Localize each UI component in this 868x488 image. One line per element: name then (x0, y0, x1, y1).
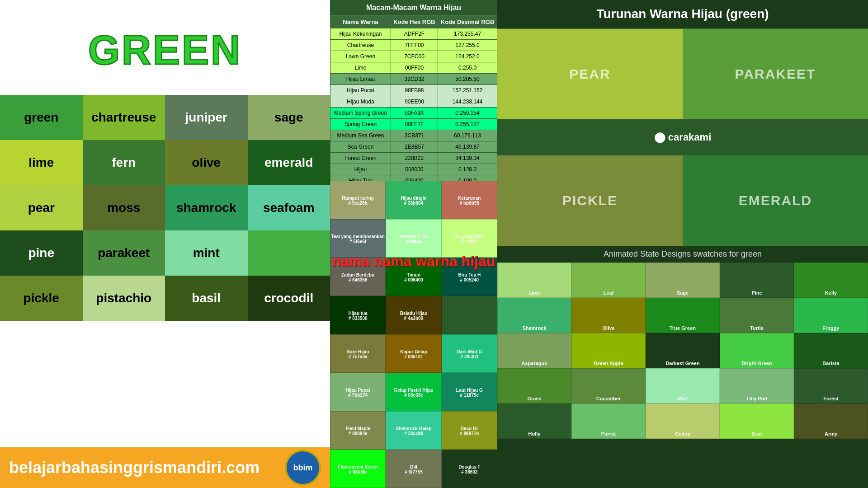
sub-cell-4-1: Kapur Gelap# 846101 (386, 334, 441, 373)
swatch-cell-kelly: Kelly (794, 263, 868, 298)
table-cell-hex: 90EE90 (391, 96, 438, 108)
page-title: GREEN (88, 27, 242, 74)
table-cell-rgb: 0.255.0 (438, 62, 497, 74)
swatch-label: Shamrock (522, 325, 546, 331)
swatch-cell-lilly-pad: Lilly Pad (720, 368, 794, 404)
table-cell-name: Sea Green (330, 141, 391, 153)
swatch-cell-sage: Sage (646, 263, 720, 298)
top-swatch-parakeet: PARAKEET (683, 29, 868, 119)
swatch-grid: LimeLeafSagePineKellyShamrockOliveTrue G… (497, 263, 868, 439)
table-cell-name: Hijau (330, 164, 391, 175)
sub-cell-7-2: Douglas F# 38602 (442, 450, 497, 488)
swatch-label: Pine (751, 290, 762, 296)
grid-cell-lime: lime (0, 140, 83, 185)
table-cell-name: Chartreuse (330, 40, 391, 51)
table-row: Sea Green2E8B5746.139.87 (330, 141, 497, 153)
sub-row: Sore Hijau# 7c7a3aKapur Gelap# 846101Dar… (330, 334, 497, 373)
grid-cell-green: green (0, 95, 83, 140)
swatch-cell-celery: Celery (646, 404, 720, 439)
swatch-label: Asparagus (522, 361, 547, 366)
swatch-cell-asparagus: Asparagus (497, 333, 571, 368)
sub-row: Rumput kering# 9ea26bHijau dingin# 33b66… (330, 181, 497, 219)
swatch-label: Parrot (601, 431, 616, 436)
table-cell-rgb: 60.179.113 (438, 130, 497, 141)
table-cell-rgb: 34.139.34 (438, 153, 497, 164)
table-cell-name: Medium Spring Green (330, 108, 391, 119)
swatch-row-0: LimeLeafSagePineKelly (497, 263, 868, 298)
swatch-row-3: GrassCucumberMintLilly PadForest (497, 368, 868, 404)
swatch-cell-grass: Grass (497, 368, 571, 404)
sub-row: Fluorescent Green# 08fc0bDill# 6f7755Dou… (330, 450, 497, 488)
top-swatch-pear: PEAR (497, 29, 683, 119)
table-cell-rgb: 152.251.152 (438, 85, 497, 96)
swatch-label: Barista (822, 361, 839, 366)
sub-cell-0-0: Rumput kering# 9ea26b (330, 181, 386, 219)
grid-cell-mint: mint (165, 230, 248, 276)
table-row: Chartreuse7FFF00127.255.0 (330, 40, 497, 51)
table-row: Hijau KekuninganADFF2F173.255.47 (330, 28, 497, 40)
table-cell-rgb: 0.128.0 (438, 164, 497, 175)
color-grid: greenchartreusejunipersagelimefernolivee… (0, 95, 330, 321)
table-cell-hex: 32CD32 (391, 74, 438, 85)
sub-cell-5-2: Laut Hijau G# 11875c (442, 373, 497, 411)
swatch-label: Mint (678, 396, 688, 401)
grid-cell-empty (248, 230, 330, 276)
swatch-label: Grass (527, 396, 541, 401)
grid-cell-emerald: emerald (248, 140, 330, 185)
table-title: Macam-Macam Warna Hijau (330, 0, 497, 15)
swatch-label: Green Apple (594, 361, 623, 366)
swatch-cell-forest: Forest (794, 368, 868, 404)
swatch-cell-barista: Barista (794, 333, 868, 368)
swatch-label: Darkest Green (665, 361, 699, 366)
table-cell-name: Forest Green (330, 153, 391, 164)
table-cell-hex: 7CFC00 (391, 51, 438, 62)
grid-cell-basil: basil (165, 276, 248, 321)
logo: bbim (285, 450, 321, 486)
swatch-row-4: HollyParrotCeleryKiwiArmy (497, 404, 868, 439)
swatch-label: Lime (528, 290, 540, 296)
swatch-label: Bright Green (741, 361, 772, 366)
top-swatches: PEARPARAKEET (497, 29, 868, 119)
table-row: Lawn Green7CFC00124.252.0 (330, 51, 497, 62)
swatch-label: Holly (528, 431, 541, 436)
swatch-label: Cucumber (596, 396, 621, 401)
table-cell-hex: 00FF00 (391, 62, 438, 74)
sub-row: Teal yang membosankan# 5f6e6fPermen Krim… (330, 219, 497, 258)
swatch-label: Leaf (604, 290, 614, 296)
grid-cell-chartreuse: chartreuse (83, 95, 165, 140)
swatch-cell-turtle: Turtle (720, 298, 794, 333)
table-cell-rgb: 144.238.144 (438, 96, 497, 108)
table-row: Hijau0080000.128.0 (330, 164, 497, 175)
table-row: Medium Spring Green00FA9A0.250.154 (330, 108, 497, 119)
table-row: Lime00FF000.255.0 (330, 62, 497, 74)
table-cell-rgb: 46.139.87 (438, 141, 497, 153)
grid-cell-shamrock: shamrock (165, 185, 248, 230)
swatch-label: Sage (677, 290, 689, 296)
swatch-label: Kiwi (752, 431, 762, 436)
grid-row: limefernoliveemerald (0, 140, 330, 185)
overlay-text: nama nama warna hijau (330, 253, 497, 270)
sub-cell-1-0: Teal yang membosankan# 5f6e6f (330, 219, 386, 258)
sub-table-panel: Rumput kering# 9ea26bHijau dingin# 33b66… (330, 181, 497, 488)
sub-row: Hijau tua# 033500Beladu Hijau# 4a3b00 (330, 296, 497, 334)
table-cell-rgb: 0.255.127 (438, 119, 497, 130)
grid-cell-pear: pear (0, 185, 83, 230)
swatch-label: Forest (823, 396, 839, 401)
swatch-label: Olive (603, 325, 615, 331)
grid-cell-seafoam: seafoam (248, 185, 330, 230)
table-cell-hex: ADFF2F (391, 28, 438, 40)
col-header-hex: Kode Hex RGB (391, 16, 438, 28)
table-cell-hex: 3CB371 (391, 130, 438, 141)
sub-cell-6-0: Field Maple# 80884e (330, 411, 386, 450)
table-cell-name: Lawn Green (330, 51, 391, 62)
sub-cell-3-2 (442, 296, 497, 334)
swatch-cell-true-green: True Green (646, 298, 720, 333)
table-row: Spring Green00FF7F0.255.127 (330, 119, 497, 130)
sub-cell-4-2: Dark Mint G# 20c07f (442, 334, 497, 373)
grid-cell-moss: moss (83, 185, 165, 230)
table-cell-name: Hijau Limau (330, 74, 391, 85)
table-cell-rgb: 124.252.0 (438, 51, 497, 62)
table-cell-hex: 00FA9A (391, 108, 438, 119)
sub-row: Hijau Pucat# 7bb274Gelap Pastel Hijau# 0… (330, 373, 497, 411)
table-row: Hijau Pucat98FB98152.251.152 (330, 85, 497, 96)
